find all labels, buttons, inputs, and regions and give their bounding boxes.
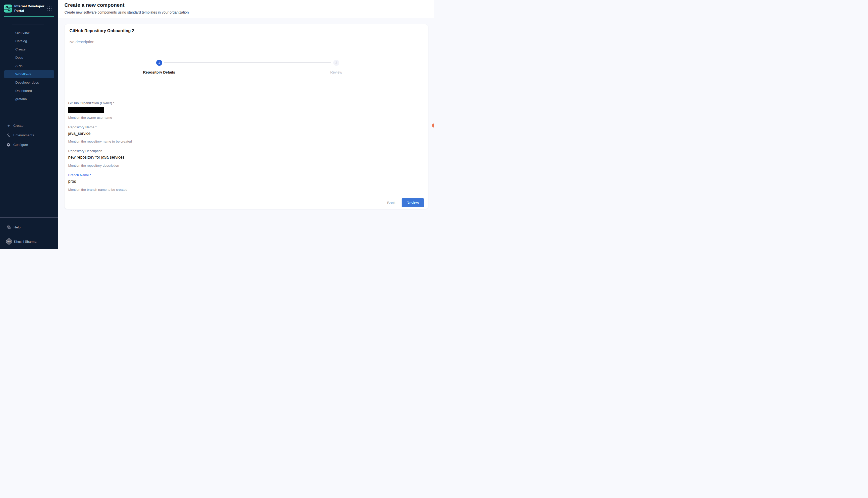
gear-icon	[7, 143, 11, 147]
repository-description-value: new repository for java services	[68, 155, 424, 162]
stepper: 1 2	[68, 60, 424, 66]
field-branch-name: Branch Name * prod Mention the branch na…	[68, 173, 424, 192]
step-1-label: Repository Details	[143, 70, 175, 74]
sidebar-nav: Overview Catalog Create Docs APIs Workfl…	[0, 29, 58, 103]
brand-title: Internal Developer Portal	[14, 4, 48, 13]
sidebar-item-create[interactable]: Create	[4, 45, 54, 53]
branch-name-input[interactable]: prod	[68, 179, 424, 186]
field-repository-name: Repository Name * java_service Mention t…	[68, 125, 424, 144]
help-chat-icon: ?	[7, 225, 11, 230]
branch-name-value: prod	[68, 179, 424, 186]
sidebar-item-overview[interactable]: Overview	[4, 29, 54, 37]
step-connector-line	[164, 63, 331, 63]
field-github-organization: GitHub Organization (Owner) * Mention th…	[68, 101, 424, 120]
sidebar-secondary-nav: + Create Environments Configu	[0, 121, 58, 149]
sidebar-item-catalog[interactable]: Catalog	[4, 37, 54, 45]
workflow-description: No description	[68, 40, 424, 44]
step-labels: Repository Details Review	[68, 70, 424, 75]
repository-name-label: Repository Name *	[68, 125, 424, 129]
page-header: Create a new component Create new softwa…	[58, 0, 434, 18]
repository-description-input[interactable]: new repository for java services	[68, 155, 424, 162]
apps-grid-icon[interactable]	[48, 6, 52, 11]
app-root: Internal Developer Portal Overview Catal…	[0, 0, 434, 249]
workflow-title: GitHub Repository Onboarding 2	[68, 28, 424, 33]
github-organization-label: GitHub Organization (Owner) *	[68, 101, 424, 105]
user-name: Khushi Sharma	[14, 240, 36, 244]
avatar: KS	[6, 238, 12, 245]
sidebar-item-docs[interactable]: Docs	[4, 53, 54, 62]
repository-name-helper: Mention the repository name to be create…	[68, 139, 424, 144]
sidebar-item-label: Environments	[13, 133, 34, 137]
repository-details-form: GitHub Organization (Owner) * Mention th…	[68, 101, 424, 207]
github-organization-helper: Mention the owner username	[68, 116, 424, 120]
brand-row: Internal Developer Portal	[0, 0, 58, 13]
step-2-label: Review	[330, 70, 342, 74]
step-2-circle: 2	[333, 60, 339, 66]
step-1-circle: 1	[156, 60, 162, 66]
nav-divider-mid	[4, 109, 54, 109]
github-organization-input[interactable]	[68, 107, 424, 114]
sidebar-item-apis[interactable]: APIs	[4, 62, 54, 70]
review-button[interactable]: Review	[402, 198, 424, 207]
brand-accent-divider	[4, 16, 54, 17]
sidebar-item-workflows[interactable]: Workflows	[4, 70, 54, 78]
repository-description-helper: Mention the repository description	[68, 163, 424, 168]
branch-name-label: Branch Name *	[68, 173, 424, 177]
workflow-card: GitHub Repository Onboarding 2 No descri…	[65, 24, 428, 209]
back-button[interactable]: Back	[385, 198, 398, 207]
redacted-value	[68, 107, 104, 113]
plus-icon: +	[7, 123, 11, 128]
sidebar-item-grafana[interactable]: grafana	[4, 95, 54, 103]
field-repository-description: Repository Description new repository fo…	[68, 149, 424, 168]
page-subtitle: Create new software components using sta…	[65, 10, 434, 14]
hexagons-icon	[7, 133, 11, 137]
sidebar: Internal Developer Portal Overview Catal…	[0, 0, 58, 249]
idp-logo-icon	[4, 4, 12, 13]
svg-text:?: ?	[8, 225, 9, 228]
sidebar-bottom: ? Help KS Khushi Sharma	[0, 218, 58, 245]
sidebar-item-dashboard[interactable]: Dashboard	[4, 87, 54, 95]
main-area: Create a new component Create new softwa…	[58, 0, 434, 249]
sidebar-item-configure[interactable]: Configure	[0, 140, 58, 149]
page-title: Create a new component	[65, 2, 434, 8]
sidebar-item-label: Configure	[13, 143, 28, 147]
sidebar-item-developer-docs[interactable]: Developer docs	[4, 78, 54, 87]
content-area: GitHub Repository Onboarding 2 No descri…	[58, 18, 434, 249]
help-label: Help	[14, 225, 21, 229]
help-button[interactable]: ? Help	[0, 223, 58, 231]
form-actions: Back Review	[68, 198, 424, 207]
repository-description-label: Repository Description	[68, 149, 424, 153]
sidebar-item-label: Create	[13, 124, 24, 128]
repository-name-value: java_service	[68, 131, 424, 138]
nav-divider-top	[12, 25, 44, 25]
user-menu[interactable]: KS Khushi Sharma	[0, 238, 58, 245]
sidebar-item-environments[interactable]: Environments	[0, 130, 58, 140]
branch-name-helper: Mention the branch name to be created	[68, 187, 424, 192]
sidebar-item-create-new[interactable]: + Create	[0, 121, 58, 130]
repository-name-input[interactable]: java_service	[68, 131, 424, 138]
